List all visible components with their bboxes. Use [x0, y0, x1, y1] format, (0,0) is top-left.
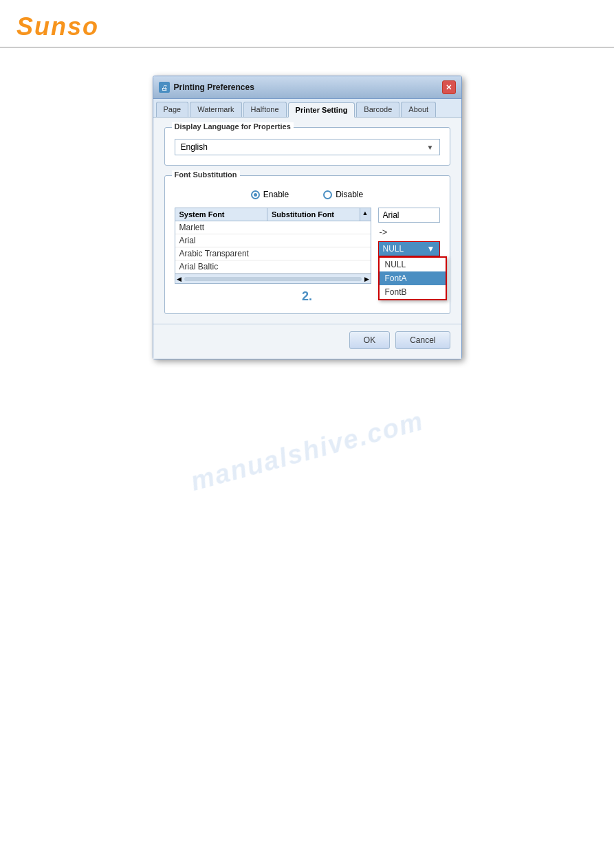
- tab-watermark[interactable]: Watermark: [190, 102, 241, 117]
- dialog-icon: 🖨: [159, 82, 170, 93]
- scroll-up-btn[interactable]: ▲: [360, 208, 371, 221]
- disable-radio-circle: [323, 190, 332, 199]
- font-dropdown-value: NULL: [383, 244, 404, 254]
- logo-s: S: [17, 12, 34, 41]
- radio-row: Enable Disable: [175, 190, 440, 199]
- font-list-header: System Font Substitution Font ▲: [175, 208, 371, 221]
- font-row-3[interactable]: Arial Baltic: [175, 260, 371, 274]
- titlebar-left: 🖨 Printing Preferences: [159, 82, 254, 93]
- close-button[interactable]: ✕: [442, 80, 456, 94]
- col1-header: System Font: [175, 208, 268, 221]
- dialog-titlebar: 🖨 Printing Preferences ✕: [153, 76, 461, 99]
- tab-page[interactable]: Page: [156, 102, 189, 117]
- brand-logo: Sunso: [17, 12, 597, 41]
- font-right-area: -> NULL ▼ NULL FontA FontB: [378, 208, 440, 256]
- enable-radio[interactable]: Enable: [251, 190, 289, 199]
- disable-label: Disable: [336, 190, 363, 199]
- dropdown-arrow-icon: ▼: [427, 144, 434, 151]
- enable-radio-circle: [251, 190, 260, 199]
- ok-button[interactable]: OK: [349, 331, 390, 349]
- font-dropdown-arrow-icon: ▼: [427, 244, 435, 254]
- tab-printer-setting[interactable]: Printer Setting: [288, 102, 355, 118]
- dropdown-item-null[interactable]: NULL: [380, 258, 446, 271]
- enable-label: Enable: [263, 190, 289, 199]
- tab-about[interactable]: About: [401, 102, 436, 117]
- font-input[interactable]: [378, 208, 440, 223]
- watermark: manualshive.com: [187, 406, 426, 497]
- dropdown-item-fontb[interactable]: FontB: [380, 285, 446, 299]
- tab-barcode[interactable]: Barcode: [356, 102, 399, 117]
- font-row-2[interactable]: Arabic Transparent: [175, 247, 371, 260]
- printing-preferences-dialog: 🖨 Printing Preferences ✕ Page Watermark …: [153, 76, 462, 359]
- dialog-body: Display Language for Properties English …: [153, 118, 461, 324]
- scroll-left-icon: ◀: [177, 276, 182, 282]
- font-dropdown-area: NULL ▼ NULL FontA FontB: [378, 241, 440, 256]
- disable-radio[interactable]: Disable: [323, 190, 363, 199]
- arrow-text: ->: [378, 227, 440, 237]
- logo-area: Sunso: [0, 0, 614, 48]
- col2-header: Substitution Font: [267, 208, 360, 221]
- display-language-label: Display Language for Properties: [172, 122, 294, 131]
- font-substitution-section: Font Substitution Enable Disable: [164, 175, 450, 314]
- font-substitution-label: Font Substitution: [172, 170, 240, 179]
- scrollbar-track: [184, 277, 362, 281]
- font-dropdown-list: NULL FontA FontB: [378, 256, 447, 300]
- dialog-title: Printing Preferences: [174, 82, 254, 92]
- font-table-area: System Font Substitution Font ▲ Marlett …: [175, 208, 440, 284]
- scroll-right-icon: ▶: [364, 276, 369, 282]
- tab-halftone[interactable]: Halftone: [243, 102, 287, 117]
- logo-rest: unso: [34, 12, 99, 41]
- main-content: 🖨 Printing Preferences ✕ Page Watermark …: [0, 48, 614, 359]
- dialog-footer: OK Cancel: [153, 324, 461, 359]
- dropdown-item-fonta[interactable]: FontA: [380, 271, 446, 285]
- language-selected: English: [181, 142, 208, 152]
- font-list-body: Marlett Arial Arabic Transparent Arial B…: [175, 221, 371, 274]
- language-dropdown[interactable]: English ▼: [175, 139, 440, 155]
- display-language-section: Display Language for Properties English …: [164, 127, 450, 166]
- font-dropdown-selected[interactable]: NULL ▼: [378, 241, 440, 256]
- font-row-1[interactable]: Arial: [175, 234, 371, 247]
- font-row-0[interactable]: Marlett: [175, 221, 371, 234]
- cancel-button[interactable]: Cancel: [395, 331, 450, 349]
- font-list-container: System Font Substitution Font ▲ Marlett …: [175, 208, 371, 284]
- font-list-scrollbar[interactable]: ◀ ▶: [175, 274, 371, 283]
- dialog-tabs: Page Watermark Halftone Printer Setting …: [153, 99, 461, 118]
